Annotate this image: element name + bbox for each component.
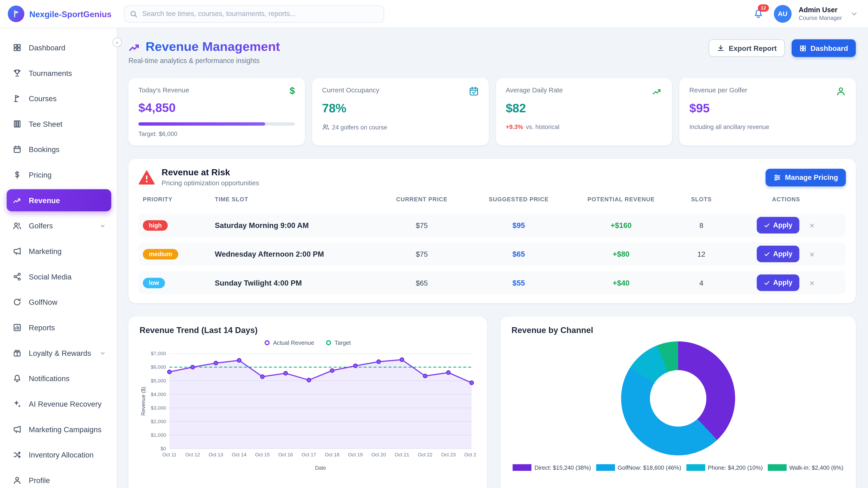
golf-flag-icon [12, 94, 22, 103]
sidebar-item-courses[interactable]: Courses [6, 88, 111, 109]
svg-text:$4,000: $4,000 [151, 392, 166, 397]
trending-up-icon [652, 86, 662, 96]
sidebar-item-reports[interactable]: Reports [6, 317, 111, 339]
user-icon [12, 476, 22, 485]
priority-badge: high [143, 220, 168, 231]
priority-badge: low [143, 278, 165, 288]
manage-pricing-button[interactable]: Manage Pricing [766, 168, 846, 186]
bar-chart-icon [12, 323, 22, 332]
sidebar-item-label: Revenue [29, 196, 60, 204]
sidebar-item-label: Inventory Allocation [29, 451, 94, 459]
channel-donut-chart [621, 341, 735, 455]
dismiss-icon[interactable]: × [809, 220, 815, 230]
sidebar-item-ai-revenue-recovery[interactable]: AI Revenue Recovery [6, 393, 111, 415]
columns-icon [12, 120, 22, 128]
user-meta[interactable]: Admin User Course Manager [799, 6, 842, 22]
apply-button[interactable]: Apply [756, 246, 800, 262]
svg-text:Date: Date [315, 465, 326, 471]
notifications-button[interactable]: 12 [750, 6, 767, 21]
kpi-current-occupancy: Current Occupancy 78% 24 golfers on cour… [312, 78, 489, 145]
kpi-subtext: Target: $6,000 [138, 131, 295, 137]
export-report-label: Export Report [729, 44, 777, 53]
kpi-subtext: Including all ancillary revenue [689, 123, 846, 130]
sidebar-collapse-button[interactable]: ‹ [112, 38, 122, 47]
dollar-icon [12, 170, 22, 179]
risk-table-header: PRIORITY TIME SLOT CURRENT PRICE SUGGEST… [138, 196, 846, 208]
dollar-icon: $ [290, 86, 295, 96]
apply-button[interactable]: Apply [756, 274, 800, 291]
gift-icon [12, 349, 22, 357]
calendar-check-icon [469, 86, 478, 96]
sidebar-item-profile[interactable]: Profile [6, 469, 111, 488]
revenue-at-risk-card: Revenue at Risk Pricing optimization opp… [128, 159, 856, 303]
sidebar-item-revenue[interactable]: Revenue [6, 189, 111, 212]
dashboard-button[interactable]: Dashboard [792, 39, 856, 57]
svg-text:Oct 24: Oct 24 [464, 452, 476, 457]
sidebar-item-label: Profile [29, 476, 50, 484]
svg-text:Oct 12: Oct 12 [185, 452, 200, 457]
check-icon [764, 251, 770, 257]
suggested-price: $65 [472, 250, 566, 258]
megaphone-icon [12, 247, 22, 256]
svg-text:$2,000: $2,000 [151, 419, 166, 424]
sidebar-item-marketing[interactable]: Marketing [6, 240, 111, 262]
sidebar-item-notifications[interactable]: Notifications [6, 367, 111, 390]
potential-revenue: +$160 [566, 221, 677, 229]
sidebar-item-golfnow[interactable]: GolfNow [6, 291, 111, 313]
apply-label: Apply [773, 279, 793, 287]
kpi-value: $95 [689, 101, 846, 116]
brand[interactable]: Nexgile-SportGenius [8, 5, 115, 22]
apply-button[interactable]: Apply [756, 217, 800, 233]
legend-item-walkin: Walk-in: $2,400 (6%) [768, 464, 843, 471]
risk-table-row: high Saturday Morning 9:00 AM $75 $95 +$… [138, 214, 846, 237]
sidebar-item-social-media[interactable]: Social Media [6, 266, 111, 288]
svg-text:Oct 14: Oct 14 [232, 452, 247, 457]
column-header: TIME SLOT [211, 196, 372, 202]
kpi-cards: Today's Revenue $ $4,850 Target: $6,000 … [128, 78, 856, 145]
sidebar-item-dashboard[interactable]: Dashboard [6, 37, 111, 59]
legend-label: Walk-in: $2,400 (6%) [789, 464, 843, 471]
apply-label: Apply [773, 221, 793, 229]
viewport: Nexgile-SportGenius 12 AU Admin User Cou… [0, 0, 868, 488]
share-icon [12, 272, 22, 281]
risk-table-row: medium Wednesday Afternoon 2:00 PM $75 $… [138, 242, 846, 266]
avatar[interactable]: AU [774, 5, 792, 23]
svg-text:Oct 11: Oct 11 [162, 452, 177, 457]
sidebar-item-tournaments[interactable]: Tournaments [6, 62, 111, 84]
sidebar-item-label: Golfers [29, 222, 53, 230]
search-input[interactable] [124, 5, 384, 22]
legend-item-golfnow: GolfNow: $18,600 (46%) [596, 464, 681, 471]
kpi-subtext: +9.3% vs. historical [506, 123, 662, 130]
sidebar-item-label: AI Revenue Recovery [29, 400, 101, 408]
sidebar-item-marketing-campaigns[interactable]: Marketing Campaigns [6, 418, 111, 440]
channel-legend: Direct: $15,240 (38%)GolfNow: $18,600 (4… [512, 464, 845, 471]
dismiss-icon[interactable]: × [809, 278, 815, 288]
suggested-price: $55 [472, 279, 566, 287]
sidebar-item-bookings[interactable]: Bookings [6, 138, 111, 160]
sidebar-item-label: Notifications [29, 375, 69, 383]
sidebar: Dashboard Tournaments Courses Tee Sheet … [0, 28, 117, 488]
time-slot: Saturday Morning 9:00 AM [211, 221, 372, 229]
dashboard-icon [12, 43, 22, 52]
dismiss-icon[interactable]: × [809, 249, 815, 259]
page-actions: Export Report Dashboard [709, 39, 856, 57]
kpi-label: Today's Revenue [138, 86, 189, 94]
slots-count: 8 [677, 221, 726, 229]
svg-text:Oct 20: Oct 20 [371, 452, 386, 457]
svg-text:$1,000: $1,000 [151, 432, 166, 438]
chevron-down-icon[interactable] [850, 10, 858, 18]
sidebar-item-inventory-allocation[interactable]: Inventory Allocation [6, 444, 111, 466]
sidebar-item-label: GolfNow [29, 298, 57, 306]
kpi-revenue-per-golfer: Revenue per Golfer $95 Including all anc… [680, 78, 856, 145]
sidebar-item-pricing[interactable]: Pricing [6, 164, 111, 186]
svg-text:Oct 15: Oct 15 [255, 452, 270, 457]
sidebar-item-loyalty-rewards[interactable]: Loyalty & Rewards [6, 342, 111, 364]
potential-revenue: +$80 [566, 250, 677, 258]
sidebar-item-golfers[interactable]: Golfers [6, 215, 111, 237]
chevron-down-icon [100, 350, 106, 356]
export-report-button[interactable]: Export Report [709, 39, 785, 57]
legend-label: Direct: $15,240 (38%) [534, 464, 591, 471]
sidebar-item-tee-sheet[interactable]: Tee Sheet [6, 113, 111, 135]
svg-text:Oct 17: Oct 17 [302, 452, 316, 457]
suggested-price: $95 [472, 221, 566, 229]
